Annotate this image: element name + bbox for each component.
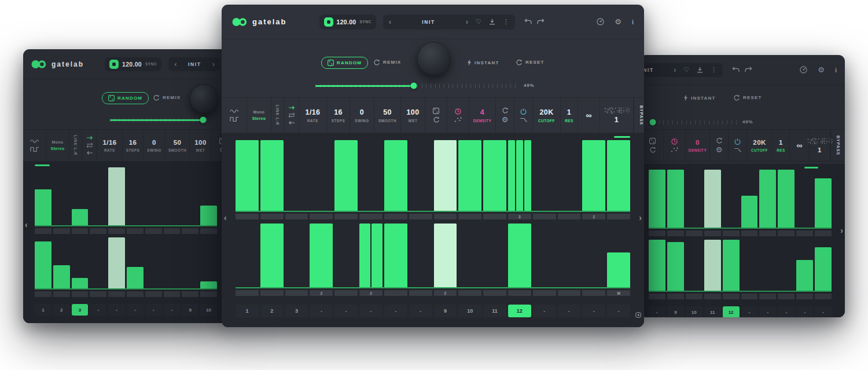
substep-cell[interactable] — [508, 290, 531, 296]
gate-step[interactable] — [260, 140, 284, 211]
step-number-13[interactable]: • — [533, 305, 556, 317]
gate-step[interactable] — [686, 240, 703, 291]
gate-bar[interactable] — [649, 170, 665, 228]
ctrl-bypass[interactable]: BYPASS — [634, 98, 644, 133]
substep-cell[interactable] — [409, 290, 432, 296]
step-number-1[interactable]: 1 — [35, 304, 52, 316]
gate-bar[interactable] — [359, 224, 370, 287]
gate-step[interactable] — [359, 140, 382, 211]
gate-step[interactable] — [285, 224, 308, 287]
substep-cell[interactable] — [458, 214, 481, 219]
ctrl-density[interactable]: 0DENSITY — [686, 130, 710, 161]
ctrl-noise[interactable]: 1 — [600, 98, 634, 133]
gate-step[interactable] — [35, 167, 52, 225]
gate-step[interactable] — [649, 240, 665, 291]
gate-bar[interactable] — [483, 140, 506, 211]
step-number-4[interactable]: 11 — [704, 306, 721, 317]
gate-step[interactable] — [90, 237, 106, 288]
substep-cell[interactable] — [72, 228, 89, 234]
substep-cell[interactable] — [127, 228, 144, 234]
gate-step[interactable] — [508, 140, 531, 211]
substep-cell[interactable] — [649, 294, 665, 299]
substep-cell[interactable] — [384, 214, 407, 219]
gate-step[interactable] — [409, 140, 432, 211]
gate-step[interactable] — [310, 224, 333, 287]
step-number-15[interactable]: • — [582, 305, 605, 317]
gate-step[interactable] — [108, 237, 125, 288]
ctrl-jitter[interactable] — [447, 98, 469, 133]
substep-cell[interactable]: 3 — [508, 214, 531, 219]
substep-cell[interactable] — [236, 214, 259, 219]
gate-step[interactable] — [145, 237, 162, 288]
gate-step[interactable] — [236, 224, 259, 287]
prev-page-chevron[interactable]: ‹ — [25, 220, 28, 229]
substep-cell[interactable] — [409, 214, 432, 219]
ctrl-cutoff[interactable]: 20KCUTOFF — [533, 98, 561, 133]
gate-step[interactable] — [649, 170, 665, 228]
gate-step[interactable] — [686, 170, 703, 228]
substep-cell[interactable] — [796, 230, 813, 236]
ctrl-random2[interactable] — [642, 130, 664, 161]
substep-cell[interactable] — [796, 294, 813, 299]
ctrl-arrows[interactable] — [284, 98, 299, 133]
ctrl-bypass[interactable]: BYPASS — [830, 130, 845, 161]
step-number-8[interactable]: • — [778, 306, 795, 317]
gate-step[interactable] — [704, 240, 721, 291]
substep-cell[interactable]: 2 — [359, 290, 382, 296]
preset-next-button[interactable]: › — [674, 67, 676, 74]
substep-cell[interactable] — [533, 214, 556, 219]
gate-bar[interactable] — [434, 140, 457, 211]
gate-step[interactable] — [558, 224, 581, 287]
undo-icon[interactable] — [732, 67, 740, 73]
remix-button[interactable]: REMIX — [153, 94, 181, 101]
redo-icon[interactable] — [745, 67, 752, 73]
step-number-4[interactable]: • — [90, 304, 106, 316]
ctrl-smooth[interactable]: 50SMOOTH — [374, 98, 401, 133]
gate-step[interactable] — [582, 140, 605, 211]
substep-cell[interactable]: 2 — [434, 290, 457, 296]
gate-bar[interactable] — [723, 240, 740, 291]
step-number-12[interactable]: 12 — [508, 305, 531, 317]
substep-cell[interactable] — [285, 214, 308, 219]
ctrl-channel[interactable]: MonoStereo — [46, 130, 69, 161]
gate-bar[interactable] — [667, 242, 684, 291]
gate-bar[interactable] — [524, 140, 531, 211]
download-icon[interactable] — [489, 19, 495, 25]
substep-cell[interactable] — [90, 291, 106, 297]
substep-cell[interactable] — [285, 290, 308, 296]
gate-bar[interactable] — [260, 140, 284, 211]
substep-cell[interactable] — [200, 291, 217, 297]
redo-icon[interactable] — [537, 19, 545, 25]
ctrl-steps[interactable]: 16STEPS — [123, 130, 144, 161]
step-number-7[interactable]: • — [145, 304, 162, 316]
substep-cell[interactable]: 2 — [310, 290, 333, 296]
gate-step[interactable] — [182, 167, 198, 225]
gate-step[interactable] — [558, 140, 581, 211]
gate-step[interactable] — [667, 170, 684, 228]
slider-handle[interactable] — [649, 119, 656, 126]
substep-cell[interactable] — [815, 230, 832, 236]
gate-step[interactable] — [434, 224, 457, 287]
gate-step[interactable] — [483, 224, 506, 287]
substep-cell[interactable] — [236, 290, 259, 296]
gate-step[interactable] — [741, 240, 758, 291]
step-number-1[interactable]: 1 — [236, 305, 259, 317]
substep-cell[interactable] — [582, 290, 605, 296]
ctrl-channel[interactable]: MonoStereo — [247, 98, 271, 133]
next-page-chevron[interactable]: › — [639, 213, 642, 222]
substep-cell[interactable] — [164, 228, 181, 234]
substep-cell[interactable] — [35, 228, 52, 234]
gate-length-slider[interactable] — [650, 119, 737, 126]
gate-bar[interactable] — [759, 170, 776, 228]
substep-cell[interactable] — [334, 214, 358, 219]
ctrl-waveforms[interactable] — [23, 130, 46, 161]
ctrl-link[interactable]: LINK L-R — [69, 130, 82, 161]
ctrl-misc[interactable]: ⚙ — [496, 98, 514, 133]
ctrl-rate[interactable]: 1/16RATE — [299, 98, 327, 133]
substep-cell[interactable] — [667, 294, 684, 299]
reset-button[interactable]: RESET — [516, 59, 545, 65]
step-number-3[interactable]: 3 — [285, 305, 308, 317]
ctrl-filterpow[interactable] — [514, 98, 533, 133]
gate-step[interactable] — [90, 167, 106, 225]
gate-step[interactable] — [483, 140, 506, 211]
